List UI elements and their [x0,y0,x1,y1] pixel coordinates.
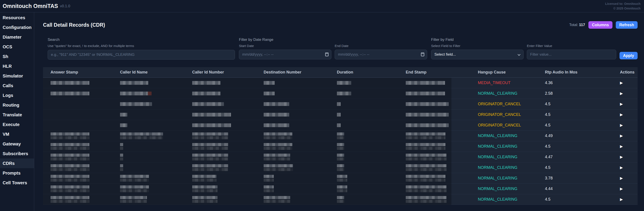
play-button[interactable]: ▶ [620,198,623,201]
sidebar-item-label: Subscribers [3,151,28,156]
end-date-input[interactable] [335,50,427,59]
caller-id-number-cell-redacted [192,124,264,127]
sidebar-item-label: Routing [3,103,20,108]
app-version: v0.1.0 [60,4,70,8]
play-button[interactable]: ▶ [620,134,623,138]
rtp-audio-in-mos-value: 4.5 [545,112,620,117]
duration-cell-redacted [337,92,406,95]
sidebar-item[interactable]: Logs [0,90,34,100]
answer-stamp-cell-redacted [50,143,120,150]
sidebar-item[interactable]: HLR [0,61,34,71]
table-row: ORIGINATOR_CANCEL 4.5 ▶ [43,110,638,120]
destination-number-cell-redacted [264,92,337,95]
hangup-cause-value: NORMAL_CLEARING [478,144,545,149]
rtp-audio-in-mos-value: 4.47 [545,155,620,159]
sidebar-item[interactable]: Calls [0,81,34,90]
sidebar-item[interactable]: Cell Towers [0,178,34,188]
answer-stamp-cell-redacted [50,175,120,182]
duration-cell-redacted [337,196,406,203]
search-helper-text: Use "quotes" for exact, ! to exclude, AN… [48,44,235,48]
play-icon: ▶ [620,187,623,191]
sidebar-item-label: Simulator [3,74,23,78]
destination-number-cell-redacted [264,81,337,85]
sidebar-item[interactable]: Diameter [0,32,34,42]
end-stamp-cell-redacted [406,81,478,85]
caller-id-number-cell-redacted [192,175,264,182]
play-button[interactable]: ▶ [620,102,623,106]
sidebar-item-label: Prompts [3,170,20,176]
answer-stamp-cell-redacted [50,154,120,160]
sidebar-item[interactable]: Routing [0,100,34,110]
caller-id-name-cell-redacted [120,154,192,160]
sidebar-item-label: Configuration [3,25,32,30]
sidebar-item[interactable]: CDRs [0,158,34,168]
end-stamp-cell-redacted [406,124,478,127]
hangup-cause-value: ORIGINATOR_CANCEL [478,112,545,117]
column-header: Duration [337,70,406,74]
sidebar-item-label: Cell Towers [3,180,27,186]
column-header: End Stamp [406,70,478,74]
hangup-cause-value: NORMAL_CLEARING [478,134,545,138]
sidebar-item[interactable]: OCS [0,42,34,52]
app-brand: Omnitouch OmniTAS [3,3,58,9]
play-button[interactable]: ▶ [620,144,623,148]
main-content: Call Detail Records (CDR) Total:117 Colu… [34,12,644,211]
apply-button[interactable]: Apply [620,52,638,59]
sidebar-item[interactable]: Simulator [0,71,34,81]
field-select[interactable]: Select field... [431,50,524,59]
answer-stamp-cell-redacted [50,81,120,85]
columns-button[interactable]: Columns [588,21,612,29]
start-date-input[interactable] [239,50,332,59]
duration-cell-redacted [337,175,406,182]
column-header: Hangup Cause [478,70,545,74]
column-header: Destination Number [264,70,337,74]
licensed-to-text: Licensed to: Omnitouch [605,2,640,6]
sidebar-item[interactable]: Translate [0,110,34,120]
calendar-icon[interactable] [325,52,328,56]
calendar-icon[interactable] [421,52,424,56]
play-button[interactable]: ▶ [620,81,623,85]
field-select-value: Select field... [434,52,456,57]
play-icon: ▶ [620,197,623,202]
table-row: NORMAL_CLEARING 4.49 ▶ [43,131,638,141]
answer-stamp-cell-redacted [50,92,120,95]
page-title: Call Detail Records (CDR) [43,22,105,28]
search-input[interactable] [48,50,235,60]
table-row: NORMAL_CLEARING 4.47 ▶ [43,152,638,162]
end-stamp-cell-redacted [406,92,478,95]
caller-id-number-cell-redacted [192,154,264,160]
caller-id-name-cell-redacted [120,132,192,139]
play-button[interactable]: ▶ [620,155,623,159]
caller-id-number-cell-redacted [192,164,264,171]
sidebar-item[interactable]: Execute [0,120,34,129]
play-icon: ▶ [620,134,623,138]
play-button[interactable]: ▶ [620,187,623,191]
sidebar-item[interactable]: Sh [0,52,34,61]
destination-number-cell-redacted [264,143,337,150]
sidebar-item[interactable]: VM [0,129,34,139]
duration-cell-redacted [337,143,406,150]
filter-value-input[interactable] [527,50,616,59]
sidebar-item[interactable]: Subscribers [0,149,34,158]
refresh-button[interactable]: Refresh [616,21,638,29]
sidebar-item[interactable]: Prompts [0,168,34,178]
hangup-cause-value: NORMAL_CLEARING [478,197,545,202]
play-button[interactable]: ▶ [620,124,623,127]
sidebar-item[interactable]: Configuration [0,22,34,32]
sidebar-item[interactable]: Gateway [0,139,34,149]
table-row: NORMAL_CLEARING 3.78 ▶ [43,173,638,184]
sidebar-item-label: OCS [3,44,12,50]
answer-stamp-cell-redacted [50,196,120,203]
play-button[interactable]: ▶ [620,176,623,180]
column-header: Answer Stamp [50,70,120,74]
rtp-audio-in-mos-value: 4.5 [545,123,620,128]
play-button[interactable]: ▶ [620,166,623,170]
play-button[interactable]: ▶ [620,92,623,95]
sidebar-item[interactable]: Resources [0,13,34,22]
date-range-group: Filter by Date Range Start Date End Date [239,38,427,60]
play-button[interactable]: ▶ [620,113,623,116]
caller-id-number-cell-redacted [192,113,264,116]
table-row: MEDIA_TIMEOUT 4.36 ▶ [43,78,638,88]
table-row: NORMAL_CLEARING 4.5 ▶ [43,141,638,152]
hangup-cause-value: NORMAL_CLEARING [478,155,545,159]
